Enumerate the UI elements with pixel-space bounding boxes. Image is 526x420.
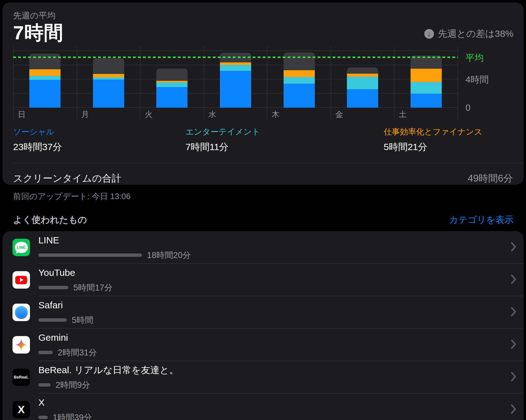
- stacked-day-bar: [93, 58, 124, 108]
- safari-app-icon: [12, 304, 30, 321]
- axis-label-4h: 4時間: [465, 75, 489, 84]
- app-row-5[interactable]: X X 1時間39分: [12, 393, 524, 420]
- app-time: 1時間39分: [53, 412, 92, 420]
- stacked-day-bar: [156, 69, 188, 108]
- chart-day-column-0[interactable]: 日: [13, 47, 77, 120]
- bar-segment-social: [411, 94, 442, 108]
- bar-segment-entertainment: [29, 76, 61, 80]
- chart-day-column-6[interactable]: 土: [394, 47, 458, 120]
- screen-time-summary-card: 先週の平均 7時間 ↓ 先週との差は38% 日 月 火 水 木 金 土: [2, 2, 524, 185]
- chart-columns: 日 月 火 水 木 金 土: [13, 47, 458, 120]
- usage-chart: 日 月 火 水 木 金 土 平均 4時間 0: [13, 47, 514, 120]
- app-name: X: [38, 397, 502, 408]
- app-time: 2時間31分: [58, 347, 97, 358]
- app-usage-bar: [38, 286, 68, 289]
- legend-category-value: 7時間11分: [186, 141, 260, 154]
- app-row-1[interactable]: YouTube 5時間17分: [12, 264, 524, 296]
- legend-category-value: 23時間37分: [13, 141, 62, 154]
- bar-segment-other: [29, 54, 61, 69]
- stacked-day-bar: [347, 67, 378, 108]
- app-usage-bar: [38, 318, 67, 322]
- most-used-apps-card: LINE LINE 18時間20分 YouTube 5時間17分: [2, 231, 524, 420]
- last-updated-text: 前回のアップデート: 今日 13:06: [13, 191, 526, 202]
- app-row-2[interactable]: Safari 5時間: [12, 296, 524, 329]
- day-label: 金: [335, 109, 343, 120]
- average-dotted-line: [13, 56, 458, 58]
- app-row-0[interactable]: LINE LINE 18時間20分: [12, 231, 524, 264]
- legend-category-name: 仕事効率化とファイナンス: [384, 126, 482, 137]
- bar-segment-productivity: [220, 62, 251, 65]
- chart-day-column-1[interactable]: 月: [77, 47, 140, 120]
- total-value: 49時間6分: [468, 172, 513, 185]
- app-usage-bar: [38, 351, 53, 354]
- bar-segment-other: [347, 67, 378, 74]
- bar-segment-entertainment: [284, 77, 315, 84]
- bar-segment-productivity: [347, 74, 378, 77]
- stacked-day-bar: [411, 56, 442, 108]
- bar-segment-productivity: [29, 69, 61, 76]
- app-name: Gemini: [38, 332, 502, 343]
- bar-segment-entertainment: [347, 77, 378, 89]
- show-categories-link[interactable]: カテゴリを表示: [449, 214, 514, 226]
- chevron-right-icon: [511, 242, 516, 253]
- line-app-icon: LINE: [12, 239, 30, 256]
- bar-segment-productivity: [411, 69, 442, 82]
- app-time: 5時間: [72, 315, 93, 326]
- section-title: よく使われたもの: [13, 214, 87, 226]
- day-label: 土: [399, 109, 407, 120]
- chevron-right-icon: [511, 339, 516, 350]
- section-header: よく使われたもの カテゴリを表示: [13, 214, 514, 226]
- arrow-down-circle-icon: ↓: [424, 29, 434, 39]
- day-label: 火: [145, 109, 153, 120]
- day-label: 月: [81, 109, 89, 120]
- total-row: スクリーンタイムの合計 49時間6分: [13, 163, 514, 185]
- chevron-right-icon: [511, 307, 516, 318]
- chart-right-axis: 平均 4時間 0: [458, 47, 514, 120]
- day-label: 水: [208, 109, 216, 120]
- average-value: 7時間: [13, 22, 63, 43]
- app-name: LINE: [38, 235, 502, 245]
- app-name: YouTube: [38, 267, 502, 278]
- bar-segment-social: [156, 87, 188, 108]
- app-name: Safari: [38, 300, 502, 310]
- bar-segment-social: [29, 80, 61, 108]
- chevron-right-icon: [511, 275, 516, 285]
- summary-header: 先週の平均 7時間 ↓ 先週との差は38%: [13, 10, 514, 43]
- chevron-right-icon: [511, 404, 516, 415]
- app-row-4[interactable]: BeReal. BeReal. リアルな日常を友達と。 2時間9分: [12, 361, 524, 393]
- legend-item: エンターテイメント 7時間11分: [186, 126, 260, 154]
- legend-item: 仕事効率化とファイナンス 5時間21分: [384, 126, 482, 154]
- axis-label-0: 0: [465, 103, 470, 112]
- day-label: 木: [272, 109, 280, 120]
- legend-category-name: ソーシャル: [13, 126, 62, 137]
- bar-segment-social: [220, 71, 251, 108]
- bar-segment-other: [156, 69, 188, 81]
- chart-day-column-3[interactable]: 水: [204, 47, 267, 120]
- category-legend: ソーシャル 23時間37分 エンターテイメント 7時間11分 仕事効率化とファイ…: [13, 126, 482, 154]
- chart-day-column-5[interactable]: 金: [331, 47, 394, 120]
- legend-category-value: 5時間21分: [384, 141, 482, 154]
- bar-segment-entertainment: [220, 65, 251, 71]
- app-time: 5時間17分: [73, 282, 113, 293]
- bereal-app-icon: BeReal.: [12, 369, 30, 386]
- axis-label-average: 平均: [465, 53, 484, 62]
- gemini-app-icon: [12, 336, 30, 354]
- legend-item: ソーシャル 23時間37分: [13, 126, 62, 154]
- bar-segment-productivity: [93, 74, 124, 77]
- bar-segment-entertainment: [93, 77, 124, 80]
- chart-day-column-2[interactable]: 火: [140, 47, 204, 120]
- stacked-day-bar: [220, 53, 251, 108]
- app-usage-bar: [38, 253, 142, 257]
- stacked-day-bar: [29, 54, 61, 108]
- app-usage-bar: [38, 383, 51, 387]
- delta-badge: ↓ 先週との差は38%: [424, 27, 514, 40]
- app-time: 18時間20分: [147, 250, 191, 261]
- chart-day-column-4[interactable]: 木: [267, 47, 331, 120]
- x-app-icon: X: [12, 401, 30, 418]
- total-label: スクリーンタイムの合計: [13, 172, 121, 185]
- bar-segment-other: [93, 58, 124, 74]
- bar-segment-social: [347, 89, 378, 108]
- app-row-3[interactable]: Gemini 2時間31分: [12, 329, 524, 361]
- average-label: 先週の平均: [13, 10, 63, 21]
- app-time: 2時間9分: [56, 379, 90, 391]
